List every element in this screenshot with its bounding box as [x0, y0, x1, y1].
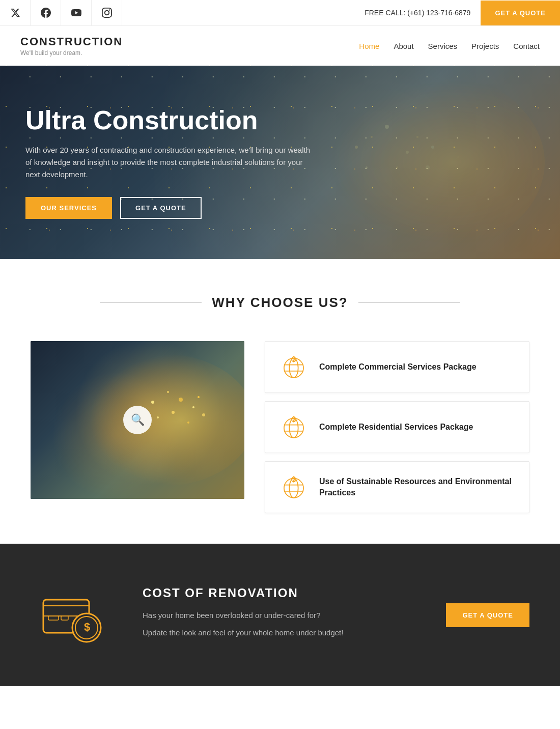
hero-description: With over 20 years of contracting and co…	[25, 144, 311, 181]
svg-point-18	[157, 416, 159, 418]
svg-rect-38	[48, 616, 59, 620]
svg-point-12	[151, 401, 154, 404]
renovation-section: $ COST OF RENOVATION Has your home been …	[0, 544, 560, 686]
twitter-icon[interactable]	[0, 0, 31, 25]
sustainable-card-label: Use of Sustainable Resources and Environ…	[319, 476, 515, 499]
facebook-icon[interactable]	[31, 0, 61, 25]
instagram-icon[interactable]	[92, 0, 122, 25]
zoom-icon[interactable]	[123, 406, 152, 434]
commercial-icon	[279, 353, 308, 381]
svg-rect-39	[61, 616, 68, 620]
commercial-card-label: Complete Commercial Services Package	[319, 361, 477, 373]
main-nav: Home About Services Projects Contact	[359, 42, 540, 50]
svg-point-16	[172, 411, 175, 414]
renovation-desc1: Has your home been overlooked or under-c…	[143, 609, 415, 622]
get-quote-hero-button[interactable]: GET A QUOTE	[120, 197, 202, 219]
svg-point-20	[198, 396, 200, 398]
nav-item-contact[interactable]: Contact	[513, 42, 540, 50]
svg-point-17	[187, 422, 189, 424]
residential-icon	[279, 413, 308, 441]
our-services-button[interactable]: OUR SERVICES	[25, 197, 112, 219]
nav-item-about[interactable]: About	[394, 42, 413, 50]
money-icon: $	[36, 579, 107, 651]
renovation-quote-button[interactable]: GET A QUOTE	[446, 603, 529, 627]
svg-point-19	[202, 413, 205, 416]
logo-area: CONSTRUCTION We'll build your dream.	[20, 35, 123, 57]
section-title-wrap: WHY CHOOSE US?	[31, 295, 529, 311]
top-right: FREE CALL: (+61) 123-716-6879 GET A QUOT…	[354, 1, 560, 25]
why-card-sustainable: Use of Sustainable Resources and Environ…	[265, 461, 529, 513]
logo-subtitle: We'll build your dream.	[20, 49, 123, 57]
residential-card-label: Complete Residential Services Package	[319, 422, 473, 433]
renovation-desc2: Update the look and feel of your whole h…	[143, 627, 415, 639]
why-choose-us-section: WHY CHOOSE US?	[0, 259, 560, 544]
renovation-title: COST OF RENOVATION	[143, 586, 415, 600]
why-content: Complete Commercial Services Package Com…	[31, 341, 529, 513]
why-cards: Complete Commercial Services Package Com…	[265, 341, 529, 513]
why-card-residential: Complete Residential Services Package	[265, 401, 529, 453]
hero-buttons: OUR SERVICES GET A QUOTE	[25, 197, 535, 219]
svg-point-13	[167, 391, 169, 393]
hero-section: Ultra Construction With over 20 years of…	[0, 66, 560, 259]
logo-title: CONSTRUCTION	[20, 35, 123, 48]
header: CONSTRUCTION We'll build your dream. Hom…	[0, 26, 560, 66]
renovation-content: COST OF RENOVATION Has your home been ov…	[143, 586, 415, 644]
title-line-left	[100, 302, 202, 303]
why-image	[31, 341, 244, 499]
svg-point-15	[192, 406, 194, 408]
nav-item-services[interactable]: Services	[428, 42, 458, 50]
top-get-quote-button[interactable]: GET A QUOTE	[481, 1, 560, 25]
sustainable-icon	[279, 473, 308, 501]
svg-point-14	[179, 398, 183, 402]
renovation-icon-area: $	[31, 579, 112, 651]
nav-item-projects[interactable]: Projects	[471, 42, 499, 50]
top-bar: FREE CALL: (+61) 123-716-6879 GET A QUOT…	[0, 0, 560, 26]
youtube-icon[interactable]	[61, 0, 92, 25]
hero-title: Ultra Construction	[25, 106, 535, 135]
why-section-title: WHY CHOOSE US?	[212, 295, 348, 311]
hero-content: Ultra Construction With over 20 years of…	[25, 106, 535, 219]
free-call-text: FREE CALL: (+61) 123-716-6879	[354, 9, 481, 17]
svg-text:$: $	[84, 621, 90, 633]
why-card-commercial: Complete Commercial Services Package	[265, 341, 529, 393]
social-icons	[0, 0, 122, 25]
svg-point-11	[71, 354, 244, 486]
nav-item-home[interactable]: Home	[359, 42, 379, 50]
title-line-right	[358, 302, 460, 303]
